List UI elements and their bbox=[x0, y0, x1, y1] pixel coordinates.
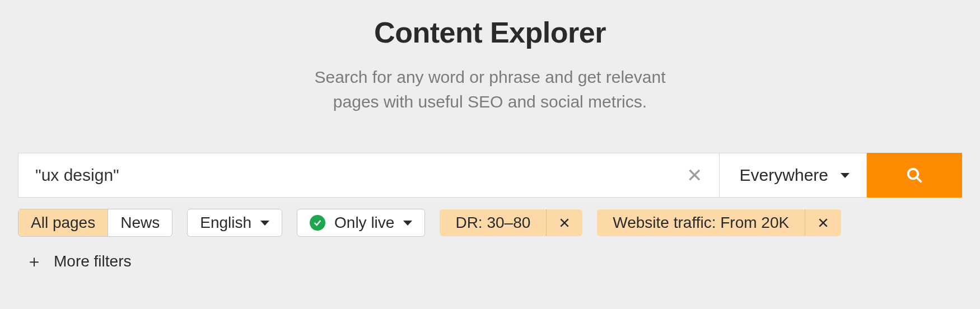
website-traffic-filter-label[interactable]: Website traffic: From 20K bbox=[597, 209, 805, 236]
check-circle-icon bbox=[310, 215, 325, 231]
search-button[interactable] bbox=[867, 153, 962, 198]
dr-filter-remove[interactable] bbox=[546, 209, 582, 236]
language-filter[interactable]: English bbox=[187, 209, 282, 237]
svg-point-0 bbox=[908, 169, 918, 179]
chevron-down-icon bbox=[260, 221, 269, 226]
search-scope-select[interactable]: Everywhere bbox=[720, 153, 867, 198]
search-scope-label: Everywhere bbox=[740, 166, 828, 185]
website-traffic-filter-chip: Website traffic: From 20K bbox=[597, 209, 841, 236]
chevron-down-icon bbox=[841, 173, 850, 178]
only-live-filter[interactable]: Only live bbox=[297, 209, 425, 237]
search-input-container: ✕ bbox=[18, 153, 720, 198]
tab-all-pages[interactable]: All pages bbox=[18, 209, 108, 236]
more-filters-label: More filters bbox=[54, 252, 131, 270]
chevron-down-icon bbox=[403, 221, 412, 226]
search-bar: ✕ Everywhere bbox=[18, 153, 962, 198]
page-title: Content Explorer bbox=[0, 16, 980, 49]
only-live-label: Only live bbox=[334, 214, 394, 232]
close-icon bbox=[559, 217, 570, 228]
page-subtitle: Search for any word or phrase and get re… bbox=[0, 65, 980, 114]
tab-news[interactable]: News bbox=[108, 209, 172, 236]
subtitle-line-2: pages with useful SEO and social metrics… bbox=[0, 90, 980, 114]
filters-row: All pages News English Only live DR: 30–… bbox=[18, 209, 962, 237]
search-icon bbox=[906, 167, 923, 184]
svg-line-1 bbox=[917, 177, 922, 182]
search-input[interactable] bbox=[35, 166, 683, 185]
language-filter-label: English bbox=[200, 214, 251, 232]
page-type-segment: All pages News bbox=[18, 209, 172, 237]
dr-filter-chip: DR: 30–80 bbox=[440, 209, 582, 236]
subtitle-line-1: Search for any word or phrase and get re… bbox=[0, 65, 980, 90]
more-filters-button[interactable]: ＋ More filters bbox=[26, 252, 980, 270]
plus-icon: ＋ bbox=[26, 253, 43, 270]
clear-icon[interactable]: ✕ bbox=[683, 166, 706, 185]
website-traffic-filter-remove[interactable] bbox=[805, 209, 841, 236]
dr-filter-label[interactable]: DR: 30–80 bbox=[440, 209, 546, 236]
close-icon bbox=[818, 217, 829, 228]
